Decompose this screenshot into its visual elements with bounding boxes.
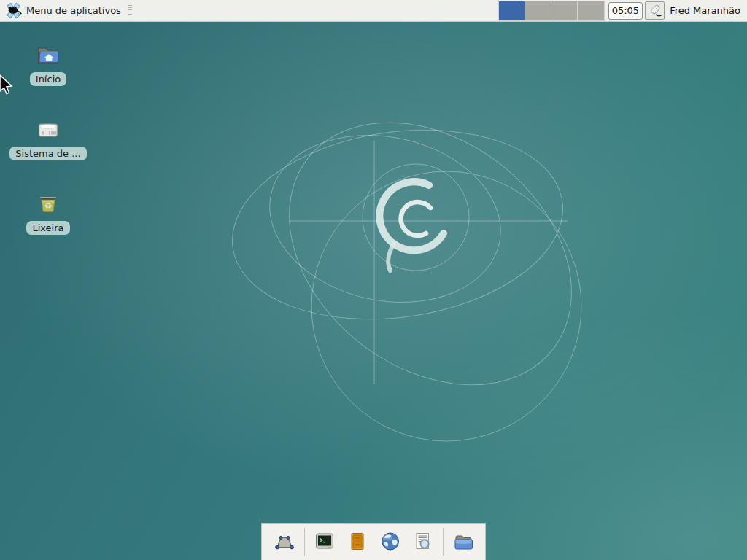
workspace-1[interactable] [499, 1, 525, 20]
clock[interactable]: 05:05 [608, 2, 643, 20]
desktop-icon-home[interactable]: Início [13, 42, 83, 86]
dock-separator [304, 528, 305, 556]
workspace-2[interactable] [525, 1, 551, 20]
dock-file-cabinet-button[interactable] [344, 528, 371, 556]
trash-icon: ♻ [35, 191, 61, 217]
applications-menu-button[interactable]: Menu de aplicativos [0, 0, 138, 22]
debian-swirl-logo [379, 182, 444, 271]
desktop-icon-label: Início [30, 72, 66, 86]
filesystem-drive-icon [35, 117, 61, 143]
debian-swirl-wallpaper [0, 22, 747, 560]
terminal-icon [312, 529, 337, 554]
mouse-device-icon [647, 3, 662, 18]
show-desktop-icon [272, 529, 297, 554]
desktop-icon-trash[interactable]: ♻ Lixeira [13, 191, 83, 235]
desktop-icon-label: Lixeira [26, 221, 69, 235]
workspace-switcher [498, 1, 605, 21]
globe-icon [378, 529, 403, 554]
dock-search-button[interactable] [410, 528, 436, 556]
top-panel: Menu de aplicativos 05:05 [0, 0, 747, 22]
mouse-applet-button[interactable] [645, 1, 665, 20]
workspace-3[interactable] [551, 1, 578, 20]
workspace-4[interactable] [578, 1, 604, 20]
mouse-cursor [0, 74, 15, 97]
folder-icon [451, 529, 476, 554]
dock-show-desktop-button[interactable] [271, 528, 298, 556]
document-search-icon [411, 529, 436, 554]
bottom-dock-panel [261, 523, 486, 560]
svg-text:♻: ♻ [44, 201, 53, 211]
dock-separator [443, 528, 444, 556]
user-name: Fred Maranhão [670, 5, 740, 16]
dock-file-manager-button[interactable] [450, 528, 476, 556]
desktop[interactable]: Início Sistema de ... ♻ Lixeira [0, 0, 747, 560]
dock-web-browser-button[interactable] [377, 528, 403, 556]
dock-terminal-button[interactable] [311, 528, 338, 556]
clock-time: 05:05 [612, 5, 639, 16]
xfce-mouse-logo-icon [5, 2, 22, 19]
file-cabinet-icon [345, 529, 370, 554]
desktop-icon-label: Sistema de ... [9, 147, 86, 160]
applications-menu-label: Menu de aplicativos [26, 5, 121, 16]
desktop-icon-filesystem[interactable]: Sistema de ... [13, 117, 83, 160]
home-folder-icon [35, 42, 61, 69]
panel-grip-handle[interactable] [128, 5, 133, 16]
